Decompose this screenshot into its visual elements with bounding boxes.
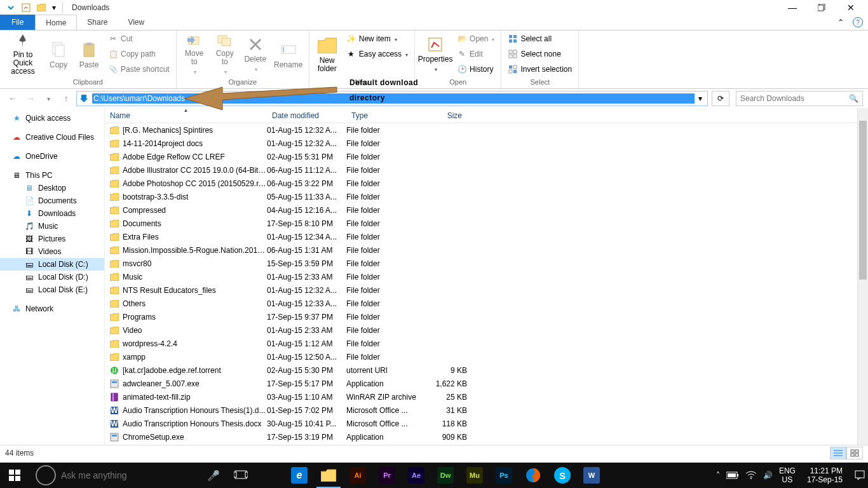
taskbar-app-file-explorer[interactable] <box>314 463 343 488</box>
search-box[interactable]: Search Downloads 🔍 <box>736 91 863 106</box>
close-button[interactable]: ✕ <box>836 1 865 15</box>
file-row[interactable]: Documents17-Sep-15 8:10 PMFile folder <box>105 217 868 230</box>
qat-folder-icon[interactable] <box>34 1 48 14</box>
nav-quick-access[interactable]: ★Quick access <box>0 112 104 125</box>
copy-path-button[interactable]: 📋Copy path <box>105 47 172 61</box>
taskbar-app-firefox[interactable] <box>519 463 548 488</box>
address-dropdown[interactable]: ▾ <box>695 92 706 105</box>
file-row[interactable]: 14-11-2014project docs01-Aug-15 12:32 A.… <box>105 137 868 150</box>
taskbar-app-dreamweaver[interactable]: Dw <box>431 463 460 488</box>
edit-button[interactable]: ✎Edit <box>454 47 497 61</box>
copy-button[interactable]: Copy <box>44 32 72 76</box>
rename-button[interactable]: Rename <box>272 32 305 76</box>
taskbar-app-after-effects[interactable]: Ae <box>402 463 431 488</box>
move-to-button[interactable]: Move to <box>180 32 208 76</box>
taskbar-app-photoshop[interactable]: Ps <box>489 463 519 488</box>
column-name[interactable]: ▲Name <box>105 109 267 123</box>
paste-shortcut-button[interactable]: 📎Paste shortcut <box>105 62 172 76</box>
nav-local-disk-d[interactable]: 🖴Local Disk (D:) <box>0 271 104 283</box>
new-item-button[interactable]: ✨New item <box>344 32 410 46</box>
vertical-scrollbar[interactable] <box>857 108 868 445</box>
invert-selection-button[interactable]: Invert selection <box>505 62 574 76</box>
clock[interactable]: 11:21 PM17-Sep-15 <box>802 466 848 484</box>
open-button[interactable]: 📂Open <box>454 32 497 46</box>
taskbar-app-skype[interactable]: S <box>548 463 577 488</box>
forward-button[interactable]: → <box>23 91 38 106</box>
easy-access-button[interactable]: ★Easy access <box>344 47 410 61</box>
nav-onedrive[interactable]: ☁OneDrive <box>0 150 104 163</box>
tab-file[interactable]: File <box>0 15 35 30</box>
file-row[interactable]: Adobe Edge Reflow CC LREF02-Aug-15 5:31 … <box>105 150 868 163</box>
select-none-button[interactable]: Select none <box>505 47 574 61</box>
file-row[interactable]: Programs17-Sep-15 9:37 PMFile folder <box>105 310 868 323</box>
file-row[interactable]: NTS Result Educators_files01-Aug-15 12:3… <box>105 283 868 297</box>
back-button[interactable]: ← <box>5 91 20 106</box>
taskbar-app-edge[interactable]: e <box>285 463 314 488</box>
nav-downloads[interactable]: ⬇Downloads <box>0 207 104 220</box>
file-row[interactable]: Music01-Aug-15 2:33 AMFile folder <box>105 270 868 283</box>
file-row[interactable]: wordpress-4.2.401-Aug-15 1:12 AMFile fol… <box>105 337 868 350</box>
recent-locations-dropdown[interactable]: ▾ <box>41 91 56 106</box>
tab-view[interactable]: View <box>118 15 154 30</box>
cortana-search[interactable]: 🎤 <box>29 463 226 488</box>
nav-documents[interactable]: 📄Documents <box>0 194 104 207</box>
qat-down-arrow-icon[interactable] <box>4 1 18 14</box>
scroll-thumb[interactable] <box>859 121 867 280</box>
file-row[interactable]: adwcleaner_5.007.exe17-Sep-15 5:17 PMApp… <box>105 377 868 390</box>
refresh-button[interactable]: ⟳ <box>712 91 729 106</box>
properties-button[interactable]: Properties <box>419 32 452 76</box>
maximize-button[interactable] <box>807 1 836 15</box>
file-row[interactable]: WAudio Transcription Honours Thesis(1).d… <box>105 403 868 417</box>
new-folder-button[interactable]: New folder <box>313 32 341 76</box>
file-row[interactable]: Mission.Impossible.5-Rogue.Nation.2015..… <box>105 243 868 257</box>
taskbar-app-muse[interactable]: Mu <box>460 463 489 488</box>
details-view-toggle[interactable] <box>830 447 846 459</box>
battery-icon[interactable] <box>726 471 739 479</box>
nav-local-disk-c[interactable]: 🖴Local Disk (C:) <box>0 258 104 271</box>
nav-desktop[interactable]: 🖥Desktop <box>0 182 104 194</box>
column-type[interactable]: Type <box>346 109 423 123</box>
up-button[interactable]: ↑ <box>58 91 74 106</box>
action-center-icon[interactable] <box>854 470 865 481</box>
file-row[interactable]: bootstrap-3.3.5-dist05-Aug-15 11:33 A...… <box>105 190 868 203</box>
nav-pictures[interactable]: 🖼Pictures <box>0 233 104 245</box>
taskbar-app-premiere[interactable]: Pr <box>372 463 402 488</box>
wifi-icon[interactable] <box>745 471 757 480</box>
taskbar-app-task-view[interactable] <box>255 463 285 488</box>
mic-icon[interactable]: 🎤 <box>207 470 220 482</box>
pin-to-quick-access-button[interactable]: Pin to Quick access <box>4 32 42 76</box>
tray-overflow-icon[interactable]: ˄ <box>716 471 720 480</box>
file-row[interactable]: µ[kat.cr]adobe.edge.ref.torrent02-Aug-15… <box>105 363 868 377</box>
paste-button[interactable]: Paste <box>75 32 103 76</box>
file-row[interactable]: Others01-Aug-15 12:33 A...File folder <box>105 297 868 310</box>
file-row[interactable]: msvcr8015-Sep-15 3:59 PMFile folder <box>105 257 868 270</box>
qat-customize-dropdown[interactable]: ▾ <box>50 1 58 14</box>
nav-videos[interactable]: 🎞Videos <box>0 245 104 258</box>
cortana-input[interactable] <box>61 470 207 480</box>
nav-creative-cloud[interactable]: ☁Creative Cloud Files <box>0 131 104 144</box>
qat-properties-icon[interactable] <box>19 1 33 14</box>
file-row[interactable]: Adobe Photoshop CC 2015 (20150529.r.8...… <box>105 177 868 190</box>
delete-button[interactable]: Delete <box>241 32 269 76</box>
column-size[interactable]: Size <box>423 109 467 123</box>
column-date-modified[interactable]: Date modified <box>267 109 346 123</box>
file-row[interactable]: Compressed04-Aug-15 12:16 A...File folde… <box>105 203 868 217</box>
file-row[interactable]: WAudio Transcription Honours Thesis.docx… <box>105 417 868 430</box>
address-input[interactable] <box>92 93 695 104</box>
taskbar-app-word[interactable]: W <box>577 463 606 488</box>
taskbar-app-illustrator[interactable]: Ai <box>343 463 372 488</box>
address-bar[interactable]: ▾ <box>76 91 708 106</box>
volume-icon[interactable]: 🔊 <box>763 471 773 480</box>
file-row[interactable]: Video01-Aug-15 2:33 AMFile folder <box>105 323 868 337</box>
copy-to-button[interactable]: Copy to <box>211 32 239 76</box>
file-row[interactable]: animated-text-fill.zip03-Aug-15 1:10 AMW… <box>105 390 868 403</box>
nav-network[interactable]: 🖧Network <box>0 302 104 315</box>
language-indicator[interactable]: ENGUS <box>779 466 796 484</box>
cut-button[interactable]: ✂Cut <box>105 32 172 46</box>
file-row[interactable]: Adobe Illustrator CC 2015 19.0.0 (64-Bit… <box>105 163 868 177</box>
help-button[interactable]: ? <box>853 17 863 27</box>
nav-local-disk-e[interactable]: 🖴Local Disk (E:) <box>0 283 104 296</box>
nav-music[interactable]: 🎵Music <box>0 220 104 233</box>
file-row[interactable]: xampp01-Aug-15 12:50 A...File folder <box>105 350 868 363</box>
minimize-button[interactable]: — <box>778 1 807 15</box>
